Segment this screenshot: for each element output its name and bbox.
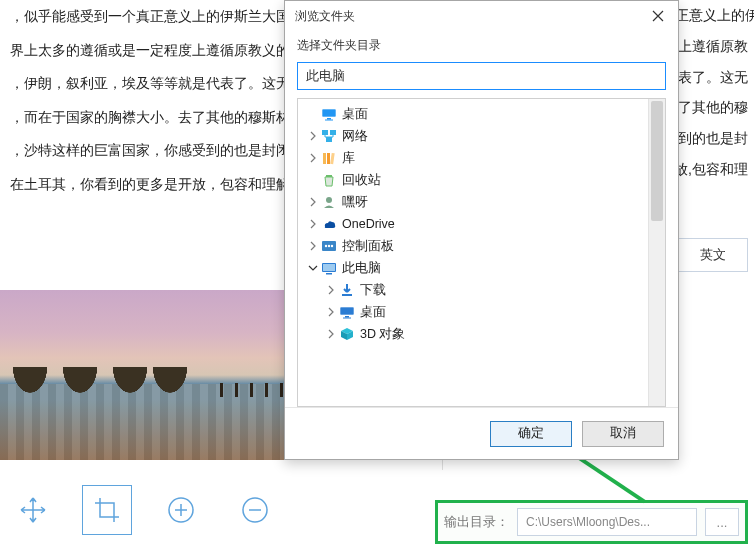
download-icon	[338, 281, 356, 299]
close-button[interactable]	[644, 5, 672, 27]
svg-rect-20	[323, 264, 335, 271]
browse-button[interactable]: ...	[705, 508, 739, 536]
output-path-field[interactable]: C:\Users\Mloong\Des...	[517, 508, 697, 536]
ok-label: 确定	[518, 425, 544, 442]
scrollbar-thumb[interactable]	[651, 101, 663, 221]
svg-rect-25	[345, 316, 349, 318]
tree-node-label: 控制面板	[342, 238, 394, 255]
twisty-icon[interactable]	[324, 329, 338, 339]
tree-node[interactable]: 回收站	[298, 169, 665, 191]
dialog-titlebar: 浏览文件夹	[285, 1, 678, 31]
tree-node-label: 桌面	[360, 304, 386, 321]
tree-node-label: 此电脑	[342, 260, 381, 277]
folder-tree-container: 桌面网络库回收站嘿呀OneDrive控制面板此电脑下载桌面3D 对象	[297, 98, 666, 407]
move-icon	[18, 495, 48, 525]
tree-node[interactable]: 控制面板	[298, 235, 665, 257]
crop-icon	[93, 496, 121, 524]
tree-node-label: 下载	[360, 282, 386, 299]
svg-rect-23	[340, 307, 354, 315]
svg-rect-10	[323, 153, 326, 164]
svg-rect-26	[343, 318, 351, 319]
crop-tool[interactable]	[82, 485, 132, 535]
svg-rect-22	[342, 294, 352, 296]
tree-node[interactable]: 网络	[298, 125, 665, 147]
desktop2-icon	[338, 303, 356, 321]
tree-node-label: 回收站	[342, 172, 381, 189]
tree-node-label: 桌面	[342, 106, 368, 123]
svg-point-18	[331, 245, 333, 247]
svg-rect-11	[327, 153, 330, 164]
dialog-footer: 确定 取消	[285, 407, 678, 459]
svg-rect-13	[326, 175, 332, 177]
control-icon	[320, 237, 338, 255]
tree-node[interactable]: 此电脑	[298, 257, 665, 279]
tree-node-label: 嘿呀	[342, 194, 368, 211]
browse-folder-dialog: 浏览文件夹 选择文件夹目录 此电脑 桌面网络库回收站嘿呀OneDrive控制面板…	[284, 0, 679, 460]
tree-node[interactable]: 桌面	[298, 301, 665, 323]
dialog-title: 浏览文件夹	[295, 8, 355, 25]
svg-rect-3	[322, 109, 336, 117]
tree-node[interactable]: 下载	[298, 279, 665, 301]
svg-rect-6	[325, 120, 333, 121]
tree-node[interactable]: 桌面	[298, 103, 665, 125]
zoom-in-icon	[166, 495, 196, 525]
folder-name-value: 此电脑	[306, 67, 345, 85]
svg-rect-5	[327, 118, 331, 120]
svg-point-14	[326, 197, 332, 203]
zoom-in-tool[interactable]	[156, 485, 206, 535]
onedrive-icon	[320, 215, 338, 233]
twisty-icon[interactable]	[324, 285, 338, 295]
zoom-out-tool[interactable]	[230, 485, 280, 535]
output-label: 输出目录：	[444, 513, 509, 531]
svg-rect-9	[326, 137, 332, 142]
svg-rect-12	[330, 153, 335, 164]
tree-node[interactable]: OneDrive	[298, 213, 665, 235]
image-toolbar	[0, 475, 440, 545]
twisty-icon[interactable]	[306, 131, 320, 141]
cancel-button[interactable]: 取消	[582, 421, 664, 447]
tree-node-label: 3D 对象	[360, 326, 405, 343]
cancel-label: 取消	[610, 425, 636, 442]
ellipsis-icon: ...	[717, 515, 728, 530]
zoom-out-icon	[240, 495, 270, 525]
output-path-text: C:\Users\Mloong\Des...	[526, 515, 650, 529]
ok-button[interactable]: 确定	[490, 421, 572, 447]
tree-node[interactable]: 3D 对象	[298, 323, 665, 345]
tree-node-label: 库	[342, 150, 355, 167]
scrollbar[interactable]	[648, 99, 665, 406]
library-icon	[320, 149, 338, 167]
language-selector[interactable]: 英文	[678, 238, 748, 272]
close-icon	[652, 10, 664, 22]
svg-point-16	[325, 245, 327, 247]
twisty-icon[interactable]	[306, 241, 320, 251]
svg-rect-8	[330, 130, 336, 135]
desktop-icon	[320, 105, 338, 123]
folder-tree[interactable]: 桌面网络库回收站嘿呀OneDrive控制面板此电脑下载桌面3D 对象	[298, 99, 665, 406]
tree-node-label: OneDrive	[342, 217, 395, 231]
tree-node[interactable]: 嘿呀	[298, 191, 665, 213]
language-label: 英文	[700, 246, 726, 264]
dialog-subtitle: 选择文件夹目录	[285, 31, 678, 62]
user-icon	[320, 193, 338, 211]
move-tool[interactable]	[8, 485, 58, 535]
twisty-icon[interactable]	[306, 219, 320, 229]
twisty-icon[interactable]	[306, 153, 320, 163]
twisty-icon[interactable]	[306, 263, 320, 273]
tree-node[interactable]: 库	[298, 147, 665, 169]
twisty-icon[interactable]	[306, 197, 320, 207]
output-directory-bar: 输出目录： C:\Users\Mloong\Des... ...	[435, 500, 748, 544]
pc-icon	[320, 259, 338, 277]
svg-rect-7	[322, 130, 328, 135]
svg-point-17	[328, 245, 330, 247]
twisty-icon[interactable]	[324, 307, 338, 317]
3d-icon	[338, 325, 356, 343]
tree-node-label: 网络	[342, 128, 368, 145]
network-icon	[320, 127, 338, 145]
folder-name-input[interactable]: 此电脑	[297, 62, 666, 90]
svg-rect-21	[326, 273, 332, 275]
recycle-icon	[320, 171, 338, 189]
